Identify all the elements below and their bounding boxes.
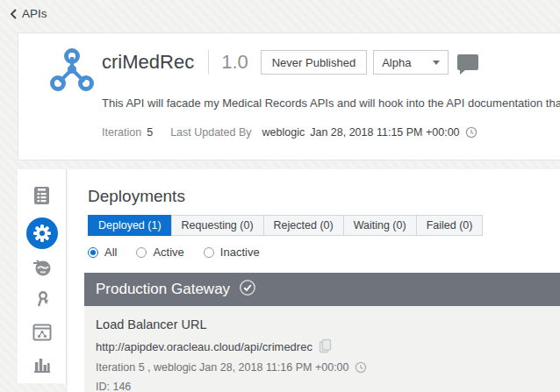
radio-selected-icon <box>88 247 98 258</box>
radio-all-label: All <box>104 246 117 259</box>
load-balancer-url: http://apipdev.oracleau.cloud/api/crimed… <box>96 340 312 353</box>
tab-failed[interactable]: Failed (0) <box>416 215 484 236</box>
radio-inactive[interactable]: Inactive <box>204 246 260 259</box>
updated-by-user: weblogic <box>262 126 305 139</box>
api-detail-page: APIs criMedRec 1.0 Never Published <box>0 0 560 392</box>
load-balancer-label: Load Balancer URL <box>96 317 560 331</box>
gateway-iteration-row: Iteration 5 , weblogic Jan 28, 2018 11:1… <box>96 361 560 374</box>
radio-unselected-icon <box>204 247 214 258</box>
api-title-row: criMedRec 1.0 Never Published Alpha <box>102 49 478 75</box>
breadcrumb-label: APIs <box>22 7 47 20</box>
sidebar-item-publication[interactable] <box>25 253 60 285</box>
gateway-iteration-text: Iteration 5 , weblogic Jan 28, 2018 11:1… <box>96 361 349 374</box>
publish-status-button[interactable]: Never Published <box>261 50 367 75</box>
api-meta-row: Iteration 5 Last Updated By weblogic Jan… <box>102 126 477 139</box>
api-molecule-icon <box>49 48 95 99</box>
clock-icon <box>465 126 477 139</box>
clock-icon <box>355 361 367 374</box>
analytics-bar-chart-icon <box>32 356 52 377</box>
load-balancer-url-row: http://apipdev.oracleau.cloud/api/crimed… <box>96 339 560 353</box>
api-description: This API will facade my Medical Records … <box>102 96 560 112</box>
comments-icon[interactable] <box>457 54 478 70</box>
sidebar-item-analytics[interactable] <box>25 351 60 383</box>
radio-active[interactable]: Active <box>136 246 183 259</box>
copy-icon[interactable] <box>319 339 332 353</box>
last-updated-by-label: Last Updated By <box>170 126 251 139</box>
sidebar-item-grants[interactable] <box>25 286 60 318</box>
details-clipboard-icon <box>33 186 50 209</box>
sidebar-item-registrations[interactable] <box>25 318 60 351</box>
deployments-gear-icon <box>26 217 58 249</box>
check-circle-icon <box>239 279 256 300</box>
radio-active-label: Active <box>153 246 183 259</box>
sidebar-item-deployments[interactable] <box>25 217 60 249</box>
breadcrumb-back-apis[interactable]: APIs <box>9 7 47 20</box>
api-section-rail <box>18 169 67 383</box>
iteration-label: Iteration <box>102 126 141 139</box>
deployments-panel: Deployments Deployed (1) Requesting (0) … <box>68 169 560 392</box>
gateway-body: Load Balancer URL http://apipdev.oraclea… <box>84 306 560 392</box>
sidebar-item-details[interactable] <box>25 181 60 213</box>
api-name: criMedRec <box>102 51 194 74</box>
chevron-left-icon <box>9 8 18 20</box>
gateway-deployment-card: Production Gateway Load Balancer URL htt… <box>84 273 560 392</box>
lifecycle-state-dropdown[interactable]: Alpha <box>373 50 449 75</box>
gateway-name: Production Gateway <box>96 281 230 298</box>
registrations-icon <box>32 324 52 345</box>
deployment-status-tabs: Deployed (1) Requesting (0) Rejected (0)… <box>88 215 483 236</box>
tab-rejected[interactable]: Rejected (0) <box>263 215 344 236</box>
radio-unselected-icon <box>136 247 147 258</box>
updated-timestamp: Jan 28, 2018 11:15 PM +00:00 <box>310 126 459 139</box>
api-header-card: criMedRec 1.0 Never Published Alpha This… <box>18 32 560 160</box>
deployment-filter-radios: All Active Inactive <box>88 246 279 259</box>
radio-inactive-label: Inactive <box>220 246 260 259</box>
gateway-id: ID: 146 <box>96 381 560 392</box>
grants-key-icon <box>33 290 51 313</box>
publication-globe-icon <box>32 258 53 281</box>
radio-all[interactable]: All <box>88 246 117 259</box>
api-version: 1.0 <box>221 51 248 74</box>
gateway-header: Production Gateway <box>84 273 560 306</box>
lifecycle-state-value: Alpha <box>382 56 411 69</box>
chevron-down-icon <box>433 61 440 65</box>
tab-waiting[interactable]: Waiting (0) <box>343 215 417 236</box>
iteration-value: 5 <box>147 126 153 139</box>
tab-requesting[interactable]: Requesting (0) <box>171 215 264 236</box>
tab-deployed[interactable]: Deployed (1) <box>88 215 172 236</box>
divider <box>208 50 209 75</box>
deployments-title: Deployments <box>88 187 185 206</box>
